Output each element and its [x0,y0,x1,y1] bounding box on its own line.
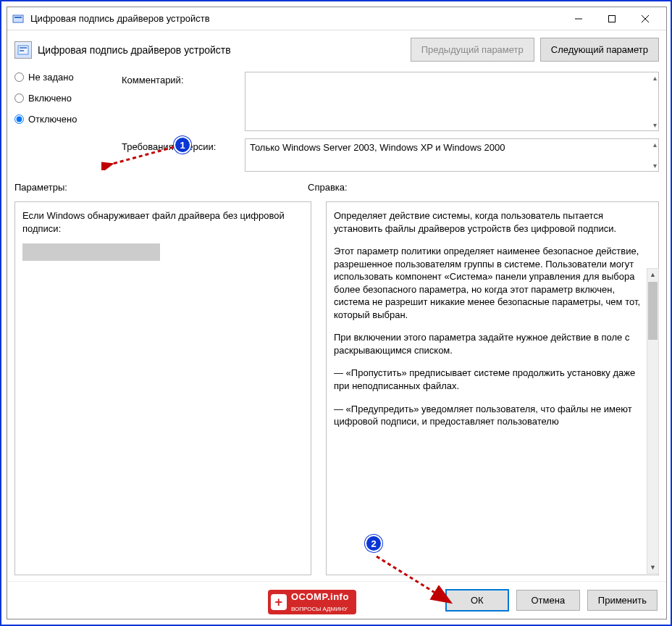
state-radio-group: Не задано Включено Отключено [14,72,109,172]
scroll-down-icon[interactable]: ▼ [647,562,658,573]
watermark-badge: + OCOMP.info ВОПРОСЫ АДМИНУ [268,590,356,614]
titlebar: Цифровая подпись драйверов устройств [7,7,666,30]
maximize-button[interactable] [595,7,629,30]
plus-icon: + [271,594,287,610]
annotation-badge-1: 1 [174,136,191,154]
header-row: Цифровая подпись драйверов устройств Пре… [7,30,666,62]
scroll-up-icon: ▴ [653,74,657,82]
ok-button[interactable]: ОК [445,589,509,612]
svg-rect-3 [609,15,616,22]
radio-enabled[interactable]: Включено [14,93,109,104]
radio-enabled-label: Включено [28,93,72,104]
scrollbar-thumb[interactable] [648,282,658,340]
radio-not-configured-input[interactable] [14,72,24,82]
apply-button[interactable]: Применить [587,590,658,611]
supported-box: Только Windows Server 2003, Windows XP и… [245,138,659,172]
cancel-button[interactable]: Отмена [516,590,580,611]
close-button[interactable] [629,7,662,30]
help-panel: Определяет действие системы, когда польз… [326,201,659,575]
svg-rect-8 [20,50,24,51]
help-p3: При включении этого параметра задайте ну… [334,331,651,356]
options-dropdown[interactable] [22,243,160,261]
radio-enabled-input[interactable] [14,93,24,103]
svg-rect-7 [20,47,27,49]
help-p4: — «Пропустить» предписывает системе прод… [334,367,651,392]
radio-not-configured-label: Не задано [28,72,74,83]
outer-scrollbar[interactable]: ▲ ▼ [647,268,659,574]
radio-disabled-input[interactable] [14,114,24,124]
watermark-sub: ВОПРОСЫ АДМИНУ [291,606,348,612]
policy-icon [14,41,32,59]
supported-value: Только Windows Server 2003, Windows XP и… [250,142,505,153]
scroll-up-icon: ▴ [653,141,657,149]
radio-disabled-label: Отключено [28,114,77,125]
header-title: Цифровая подпись драйверов устройств [38,44,411,56]
watermark-main: OCOMP.info [291,591,349,602]
scroll-up-icon[interactable]: ▲ [647,269,658,280]
next-setting-button[interactable]: Следующий параметр [540,38,659,62]
comment-label: Комментарий: [122,72,245,85]
window-controls [562,7,662,30]
app-icon [12,12,25,25]
options-section-label: Параметры: [14,182,308,193]
minimize-button[interactable] [562,7,595,30]
help-p1: Определяет действие системы, когда польз… [334,209,651,235]
comment-textarea[interactable]: ▴ ▾ [245,72,659,131]
scroll-down-icon: ▾ [653,121,657,129]
svg-rect-0 [13,15,23,22]
help-p5: — «Предупредить» уведомляет пользователя… [334,403,651,428]
scroll-down-icon: ▾ [653,162,657,170]
options-description: Если Windows обнаруживает файл драйвера … [22,209,303,235]
window-title: Цифровая подпись драйверов устройств [30,13,562,24]
annotation-badge-2: 2 [365,535,382,552]
svg-rect-1 [14,17,22,18]
help-section-label: Справка: [308,182,348,193]
options-panel: Если Windows обнаруживает файл драйвера … [14,201,311,575]
radio-not-configured[interactable]: Не задано [14,72,109,83]
previous-setting-button[interactable]: Предыдущий параметр [411,38,534,62]
radio-disabled[interactable]: Отключено [14,114,109,125]
help-p2: Этот параметр политики определяет наимен… [334,245,651,321]
help-scroll-area[interactable]: Определяет действие системы, когда польз… [334,209,658,567]
